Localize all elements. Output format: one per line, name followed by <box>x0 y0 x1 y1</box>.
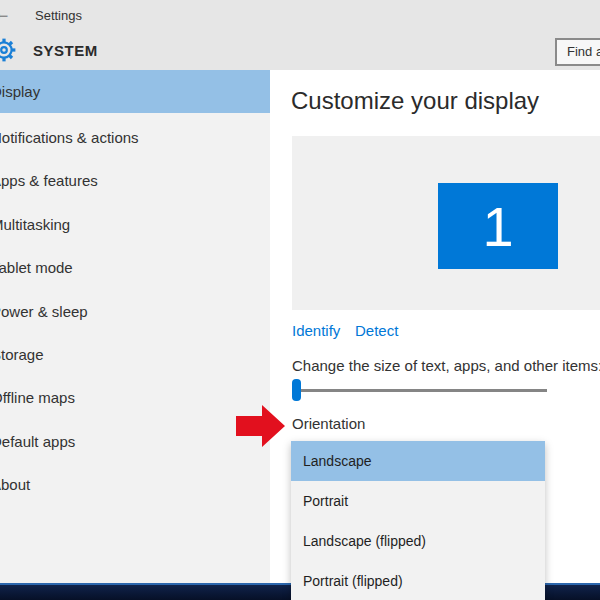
search-input[interactable]: Find a setting <box>555 38 600 66</box>
identify-link[interactable]: Identify <box>292 322 340 339</box>
dropdown-option-portrait-flipped[interactable]: Portrait (flipped) <box>291 561 545 600</box>
sidebar-item-multitasking[interactable]: Multitasking <box>0 203 270 246</box>
sidebar-item-apps-features[interactable]: Apps & features <box>0 159 270 202</box>
sidebar-item-tablet-mode[interactable]: Tablet mode <box>0 246 270 289</box>
page-title: SYSTEM <box>33 42 98 59</box>
red-arrow-icon <box>236 405 285 447</box>
dropdown-option-landscape-flipped[interactable]: Landscape (flipped) <box>291 521 545 561</box>
section-heading: Customize your display <box>291 87 539 115</box>
dropdown-option-landscape[interactable]: Landscape <box>291 441 545 481</box>
detect-link[interactable]: Detect <box>355 322 398 339</box>
scale-slider-handle[interactable] <box>292 379 301 401</box>
sidebar-item-notifications[interactable]: Notifications & actions <box>0 116 270 159</box>
sidebar-item-default-apps[interactable]: Default apps <box>0 420 270 463</box>
scale-slider-track[interactable] <box>292 389 547 392</box>
orientation-dropdown[interactable]: Landscape Portrait Landscape (flipped) P… <box>291 441 545 600</box>
back-icon[interactable]: ← <box>0 3 11 24</box>
settings-sidebar: Display Notifications & actions Apps & f… <box>0 70 270 583</box>
display-preview-area: 1 <box>292 136 600 310</box>
sidebar-item-display[interactable]: Display <box>0 70 270 113</box>
scale-description: Change the size of text, apps, and other… <box>292 357 600 374</box>
sidebar-item-power-sleep[interactable]: Power & sleep <box>0 290 270 333</box>
app-title: Settings <box>35 8 82 23</box>
sidebar-item-storage[interactable]: Storage <box>0 333 270 376</box>
sidebar-item-about[interactable]: About <box>0 463 270 506</box>
orientation-label: Orientation <box>292 415 365 432</box>
dropdown-option-portrait[interactable]: Portrait <box>291 481 545 521</box>
gear-icon <box>0 37 17 63</box>
monitor-1-tile[interactable]: 1 <box>438 183 558 269</box>
title-bar: ← Settings SYSTEM Find a setting <box>0 0 600 70</box>
sidebar-item-offline-maps[interactable]: Offline maps <box>0 376 270 419</box>
